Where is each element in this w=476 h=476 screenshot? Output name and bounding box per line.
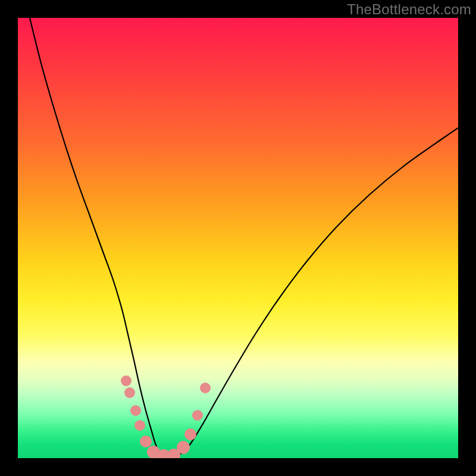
data-marker: [177, 441, 190, 454]
bottleneck-curve: [30, 18, 458, 458]
data-marker: [121, 375, 131, 386]
data-marker: [130, 405, 141, 416]
chart-plot-area: [18, 18, 458, 458]
data-marker: [140, 436, 152, 447]
data-marker: [192, 410, 203, 421]
data-marker: [200, 383, 211, 393]
chart-frame: TheBottleneck.com: [0, 0, 476, 476]
data-marker: [184, 428, 196, 440]
data-marker: [134, 420, 145, 431]
watermark-text: TheBottleneck.com: [347, 1, 471, 18]
data-marker: [124, 387, 135, 398]
chart-svg: [18, 18, 458, 458]
